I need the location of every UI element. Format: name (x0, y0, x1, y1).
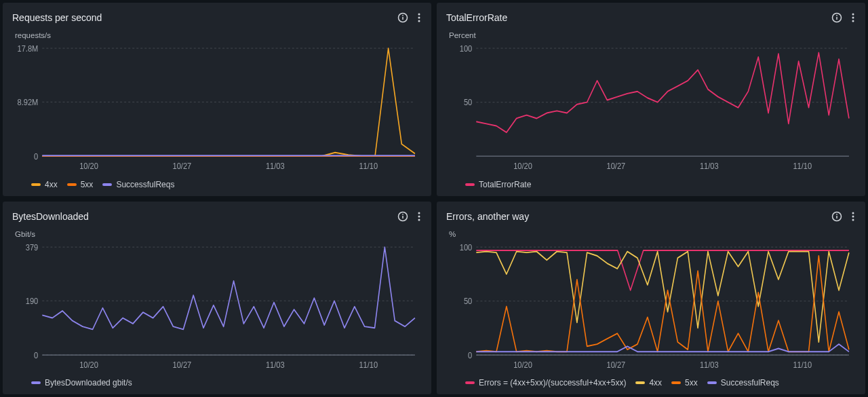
svg-text:10/20: 10/20 (79, 161, 98, 171)
y-axis-label: Gbit/s (15, 230, 422, 238)
svg-point-35 (418, 212, 420, 214)
svg-text:379: 379 (26, 242, 39, 252)
legend-swatch (671, 381, 681, 384)
legend-item[interactable]: SuccessfulReqs (102, 180, 174, 189)
info-icon[interactable] (830, 11, 844, 24)
legend-item[interactable]: 5xx (67, 180, 94, 189)
legend: TotalErrorRate (446, 180, 856, 189)
chart-plot[interactable]: 08.92M17.8M10/2010/2711/0311/10 (12, 43, 422, 174)
legend-label: BytesDownloaded gbit/s (45, 378, 132, 387)
svg-text:10/20: 10/20 (513, 161, 532, 171)
panel-icon-group (396, 210, 422, 223)
legend-item[interactable]: 4xx (635, 378, 662, 387)
svg-text:10/20: 10/20 (513, 360, 532, 370)
svg-text:8.92M: 8.92M (18, 97, 39, 107)
info-icon[interactable] (396, 210, 410, 223)
legend-swatch (465, 183, 475, 186)
chart-plot[interactable]: 05010010/2010/2711/0311/10 (446, 242, 856, 373)
svg-point-34 (402, 213, 403, 214)
svg-point-5 (418, 20, 420, 22)
legend-swatch (67, 183, 77, 186)
legend-label: TotalErrorRate (479, 180, 531, 189)
legend-label: Errors = (4xx+5xx)/(successful+4xx+5xx) (479, 378, 626, 387)
legend-item[interactable]: 4xx (31, 180, 58, 189)
svg-text:11/03: 11/03 (700, 161, 719, 171)
svg-text:11/03: 11/03 (266, 161, 285, 171)
panel-menu-icon[interactable] (416, 11, 422, 24)
svg-text:10/27: 10/27 (173, 360, 192, 370)
svg-point-4 (418, 17, 420, 19)
legend-item[interactable]: BytesDownloaded gbit/s (31, 378, 132, 387)
y-axis-label: % (449, 230, 856, 238)
legend-swatch (635, 381, 645, 384)
panel-icon-group (830, 210, 856, 223)
panel-menu-icon[interactable] (850, 11, 856, 24)
panel-menu-icon[interactable] (850, 210, 856, 223)
svg-text:11/10: 11/10 (359, 360, 378, 370)
svg-text:10/20: 10/20 (79, 360, 98, 370)
svg-point-21 (852, 17, 854, 19)
legend-label: SuccessfulReqs (721, 378, 779, 387)
legend-label: 5xx (685, 378, 698, 387)
svg-text:100: 100 (460, 43, 473, 54)
panel-menu-icon[interactable] (416, 210, 422, 223)
svg-text:10/27: 10/27 (173, 161, 192, 171)
legend-item[interactable]: TotalErrorRate (465, 180, 531, 189)
legend: 4xx5xxSuccessfulReqs (12, 180, 422, 189)
svg-text:0: 0 (34, 151, 38, 162)
legend-swatch (31, 183, 41, 186)
legend-label: 4xx (45, 180, 58, 189)
info-icon[interactable] (396, 11, 410, 24)
legend-label: 5xx (81, 180, 94, 189)
svg-text:10/27: 10/27 (607, 360, 626, 370)
panel-header: TotalErrorRate (446, 11, 856, 24)
svg-text:11/10: 11/10 (793, 360, 812, 370)
panel-3: Errors, another way%05010010/2010/2711/0… (437, 202, 865, 395)
legend-item[interactable]: 5xx (671, 378, 698, 387)
panel-header: BytesDownloaded (12, 210, 422, 223)
panel-1: TotalErrorRatePercent5010010/2010/2711/0… (437, 3, 865, 196)
legend-swatch (465, 381, 475, 384)
svg-text:11/10: 11/10 (793, 161, 812, 171)
svg-text:11/03: 11/03 (266, 360, 285, 370)
y-axis-label: requests/s (15, 31, 422, 39)
svg-text:17.8M: 17.8M (18, 43, 39, 54)
y-axis-label: Percent (449, 31, 856, 39)
panel-title: BytesDownloaded (12, 211, 89, 222)
svg-point-22 (852, 20, 854, 22)
svg-point-19 (836, 15, 837, 16)
legend-swatch (31, 381, 41, 384)
legend-item[interactable]: Errors = (4xx+5xx)/(successful+4xx+5xx) (465, 378, 626, 387)
panel-0: Requests per secondrequests/s08.92M17.8M… (3, 3, 431, 196)
legend-swatch (102, 183, 112, 186)
svg-point-51 (836, 213, 837, 214)
svg-point-36 (418, 215, 420, 217)
legend: BytesDownloaded gbit/s (12, 378, 422, 387)
svg-text:0: 0 (34, 349, 38, 360)
panel-title: TotalErrorRate (446, 12, 507, 23)
svg-text:50: 50 (464, 98, 473, 108)
svg-point-54 (852, 219, 854, 221)
svg-point-52 (852, 212, 854, 214)
info-icon[interactable] (830, 210, 844, 223)
legend-label: SuccessfulReqs (116, 180, 174, 189)
legend-label: 4xx (649, 378, 662, 387)
svg-text:190: 190 (26, 296, 39, 306)
legend-swatch (707, 381, 717, 384)
svg-point-20 (852, 14, 854, 16)
chart-plot[interactable]: 019037910/2010/2711/0311/10 (12, 242, 422, 373)
svg-text:50: 50 (464, 296, 473, 306)
panel-title: Errors, another way (446, 211, 529, 222)
svg-text:11/10: 11/10 (359, 161, 378, 171)
legend-item[interactable]: SuccessfulReqs (707, 378, 779, 387)
svg-point-37 (418, 219, 420, 221)
panel-icon-group (830, 11, 856, 24)
svg-text:11/03: 11/03 (700, 360, 719, 370)
panel-icon-group (396, 11, 422, 24)
svg-text:0: 0 (468, 349, 472, 360)
panel-header: Requests per second (12, 11, 422, 24)
svg-point-3 (418, 14, 420, 16)
legend: Errors = (4xx+5xx)/(successful+4xx+5xx)4… (446, 378, 856, 387)
chart-plot[interactable]: 5010010/2010/2711/0311/10 (446, 43, 856, 174)
svg-text:10/27: 10/27 (607, 161, 626, 171)
